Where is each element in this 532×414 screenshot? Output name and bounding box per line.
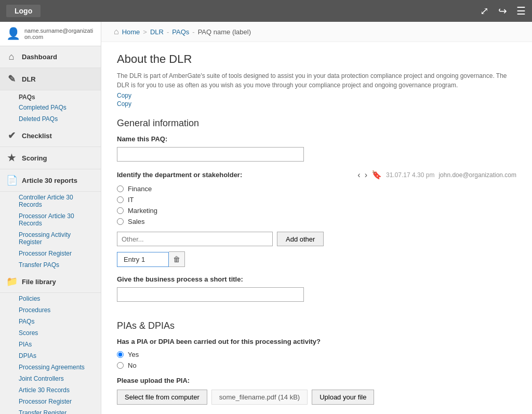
entry-row: Entry 1 🗑 [117, 251, 516, 267]
sidebar-item-scoring-label: Scoring [22, 154, 47, 162]
radio-marketing[interactable]: Marketing [117, 207, 516, 215]
sidebar-link-pias[interactable]: PIAs [0, 339, 101, 350]
pia-question: Has a PIA or DPIA been carried out for t… [117, 338, 516, 345]
sidebar-user: 👤 name.surname@organization.com [0, 22, 101, 46]
radio-sales-label: Sales [128, 218, 145, 225]
export-icon[interactable]: ↪ [498, 5, 507, 17]
name-paq-input[interactable] [117, 147, 304, 162]
sidebar-link-joint-controllers[interactable]: Joint Controllers [0, 373, 101, 384]
sidebar-link-processor-a30[interactable]: Processor Article 30 Records [0, 210, 101, 229]
dept-nav-date: 31.07.17 4.30 pm [386, 171, 434, 179]
dashboard-icon: ⌂ [6, 51, 17, 62]
sidebar-item-filelibrary[interactable]: 📁 File library [0, 271, 101, 293]
radio-sales[interactable]: Sales [117, 218, 516, 225]
sidebar-link-scores[interactable]: Scores [0, 327, 101, 339]
upload-filename: some_filename.pdf (14 kB) [211, 390, 308, 405]
sidebar: 👤 name.surname@organization.com ⌂ Dashbo… [0, 22, 101, 414]
sidebar-sub-header-paqs[interactable]: PAQs [0, 90, 101, 102]
sidebar-link-paqs[interactable]: PAQs [0, 316, 101, 327]
sidebar-article30-sub: Controller Article 30 Records Processor … [0, 192, 101, 271]
name-paq-label: Name this PAQ: [117, 135, 516, 143]
breadcrumb-current: PAQ name (label) [198, 28, 251, 36]
checklist-icon: ✔ [6, 130, 17, 141]
breadcrumb-paqs[interactable]: PAQs [172, 28, 189, 36]
dept-nav-email: john.doe@organization.com [438, 171, 516, 179]
upload-file-button[interactable]: Upload your file [312, 390, 374, 405]
filelibrary-icon: 📁 [6, 276, 17, 287]
general-info-title: General information [117, 118, 516, 129]
description-text: The DLR is part of AmberGate's suite of … [117, 71, 516, 90]
sidebar-item-article30[interactable]: 📄 Article 30 reports [0, 169, 101, 192]
select-file-button[interactable]: Select file from computer [117, 390, 207, 405]
sidebar-link-controller-a30[interactable]: Controller Article 30 Records [0, 192, 101, 210]
sidebar-link-processing-agreements[interactable]: Processing Agreements [0, 362, 101, 373]
article30-icon: 📄 [6, 175, 17, 186]
sidebar-link-deleted-paqs[interactable]: Deleted PAQs [0, 113, 101, 125]
menu-icon[interactable]: ☰ [516, 5, 526, 17]
radio-marketing-label: Marketing [128, 207, 157, 215]
breadcrumb: ⌂ Home > DLR - PAQs - PAQ name (label) [101, 22, 532, 42]
radio-it[interactable]: IT [117, 196, 516, 204]
expand-icon[interactable]: ⤢ [480, 5, 489, 17]
radio-no[interactable]: No [117, 362, 516, 369]
radio-no-input[interactable] [117, 362, 124, 369]
sidebar-dlr-sub: PAQs Completed PAQs Deleted PAQs [0, 90, 101, 125]
sidebar-link-transfer-register[interactable]: Transfer Register [0, 407, 101, 414]
sidebar-link-completed-paqs[interactable]: Completed PAQs [0, 102, 101, 113]
radio-finance-input[interactable] [117, 185, 124, 192]
dlr-icon: ✎ [6, 73, 17, 85]
radio-it-label: IT [128, 196, 134, 204]
sidebar-item-dashboard-label: Dashboard [22, 53, 57, 61]
entry-delete-button[interactable]: 🗑 [169, 251, 185, 267]
radio-yes[interactable]: Yes [117, 351, 516, 358]
business-title-label: Give the business process a short title: [117, 275, 516, 283]
sidebar-item-dlr[interactable]: ✎ DLR [0, 68, 101, 90]
sidebar-item-scoring[interactable]: ★ Scoring [0, 147, 101, 169]
breadcrumb-dlr[interactable]: DLR [150, 28, 164, 36]
sidebar-item-dashboard[interactable]: ⌂ Dashboard [0, 46, 101, 68]
sidebar-link-processing-activity-register[interactable]: Processing Activity Register [0, 229, 101, 248]
copy-link-1[interactable]: Copy [117, 92, 516, 99]
sidebar-link-procedures[interactable]: Procedures [0, 304, 101, 316]
radio-it-input[interactable] [117, 196, 124, 203]
business-title-input[interactable] [117, 287, 304, 302]
add-other-button[interactable]: Add other [277, 232, 324, 246]
entry-box: Entry 1 [117, 252, 169, 267]
sidebar-item-checklist-label: Checklist [22, 132, 52, 140]
user-name: name.surname@organization.com [24, 28, 95, 40]
dept-nav-prev[interactable]: ‹ [357, 170, 360, 180]
radio-marketing-input[interactable] [117, 207, 124, 214]
sidebar-link-processor-register[interactable]: Processor Register [0, 248, 101, 259]
sidebar-link-processor-register-fl[interactable]: Processor Register [0, 396, 101, 407]
dept-nav: ‹ › 🔖 31.07.17 4.30 pm john.doe@organiza… [357, 170, 516, 180]
sidebar-item-article30-label: Article 30 reports [22, 177, 77, 184]
add-other-row: Add other [117, 232, 516, 246]
sidebar-link-policies[interactable]: Policies [0, 293, 101, 304]
sidebar-item-filelibrary-label: File library [22, 278, 56, 286]
content-area: ⌂ Home > DLR - PAQs - PAQ name (label) A… [101, 22, 532, 414]
radio-sales-input[interactable] [117, 218, 124, 225]
radio-yes-input[interactable] [117, 351, 124, 358]
page-title: About the DLR [117, 52, 516, 66]
sidebar-item-checklist[interactable]: ✔ Checklist [0, 125, 101, 147]
main-layout: 👤 name.surname@organization.com ⌂ Dashbo… [0, 22, 532, 414]
breadcrumb-home[interactable]: Home [122, 28, 140, 36]
sidebar-link-dpias[interactable]: DPIAs [0, 350, 101, 362]
other-input[interactable] [117, 232, 273, 246]
sidebar-link-article30-records[interactable]: Article 30 Records [0, 384, 101, 396]
radio-no-label: No [128, 362, 137, 369]
dept-nav-bookmark[interactable]: 🔖 [371, 170, 382, 180]
pia-section-title: PIAs & DPIAs [117, 320, 516, 331]
radio-finance[interactable]: Finance [117, 185, 516, 193]
sidebar-link-transfer-paqs[interactable]: Transfer PAQs [0, 259, 101, 271]
department-radio-group: Finance IT Marketing Sales [117, 185, 516, 225]
dept-header: Identify the department or stakeholder: … [117, 170, 516, 180]
dept-label: Identify the department or stakeholder: [117, 171, 242, 179]
pia-radio-group: Yes No [117, 351, 516, 369]
sidebar-filelibrary-sub: Policies Procedures PAQs Scores PIAs DPI… [0, 293, 101, 414]
dept-nav-next[interactable]: › [365, 170, 367, 180]
user-icon: 👤 [6, 27, 20, 41]
upload-label: Please upload the PIA: [117, 377, 516, 384]
radio-yes-label: Yes [128, 351, 139, 358]
copy-link-2[interactable]: Copy [117, 100, 516, 108]
